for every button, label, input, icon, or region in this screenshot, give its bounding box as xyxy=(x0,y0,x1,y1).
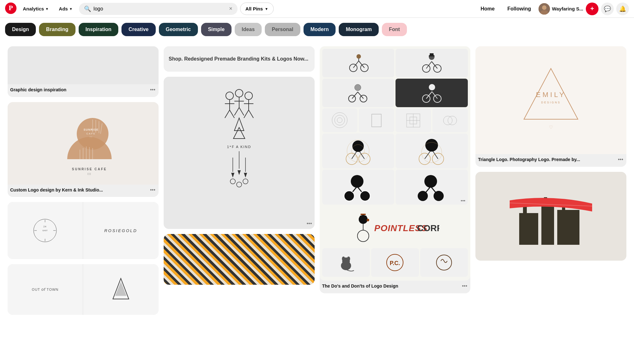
main-content: ••• Graphic design inspiration xyxy=(0,41,634,320)
svg-text:DESIGNS: DESIGNS xyxy=(541,101,561,104)
card-graphic-design[interactable]: ••• Graphic design inspiration xyxy=(8,46,159,97)
card-more-btn[interactable]: ••• xyxy=(617,157,624,162)
coffee-cup-icon xyxy=(435,253,454,272)
svg-point-127 xyxy=(342,257,345,261)
card-title: Custom Logo design by Kern & Ink Studio.… xyxy=(10,187,156,193)
svg-point-95 xyxy=(354,142,357,145)
card-custom-logo[interactable]: SUNRISE CAFE ||| SUNRISE CAFE ||| xyxy=(8,102,159,197)
pc-badge-icon: P.C. xyxy=(385,253,404,272)
svg-marker-50 xyxy=(238,170,241,175)
bear-bike-3 xyxy=(347,82,369,104)
svg-text:P.C.: P.C. xyxy=(390,260,400,266)
tag-simple[interactable]: Simple xyxy=(201,23,232,36)
svg-text:24: 24 xyxy=(44,225,47,228)
clear-search-icon[interactable]: × xyxy=(229,5,232,12)
svg-rect-70 xyxy=(430,53,434,56)
card-out-of-town[interactable]: OUT of TOWN xyxy=(8,264,159,315)
card-logo-duo[interactable]: 24 EAST ROSIEGOLD xyxy=(8,202,159,259)
svg-point-34 xyxy=(235,89,243,97)
one-of-a-kind-svg: 1ᵒF A KIND xyxy=(207,86,271,219)
tag-monogram-label: Monogram xyxy=(346,27,372,32)
search-input[interactable]: logo xyxy=(94,6,226,12)
svg-point-96 xyxy=(359,142,362,145)
card-1ofakind[interactable]: 1ᵒF A KIND ••• xyxy=(164,77,315,229)
chat-button[interactable]: 💬 xyxy=(601,3,614,15)
card-more-btn[interactable]: ••• xyxy=(307,221,312,226)
card-title: The Do's and Don'ts of Logo Design xyxy=(322,283,468,289)
svg-point-55 xyxy=(243,179,248,184)
user-profile[interactable]: Wayfaring S... xyxy=(539,3,583,15)
emily-triangle-svg: EMILY DESIGNS ♡ xyxy=(519,62,583,138)
bear-construction-2 xyxy=(416,135,448,167)
pinterest-logo[interactable]: P xyxy=(5,3,16,15)
bear-bike-2 xyxy=(421,52,443,74)
card-branding-kits[interactable]: Shop. Redesigned Premade Branding Kits &… xyxy=(164,46,315,72)
card-more-btn[interactable]: ••• xyxy=(149,87,156,93)
tag-monogram[interactable]: Monogram xyxy=(339,23,379,36)
pin-grid: ••• Graphic design inspiration xyxy=(5,46,629,315)
bear-final-2 xyxy=(416,171,448,203)
tag-design-label: Design xyxy=(12,27,29,32)
svg-line-42 xyxy=(244,110,249,118)
tag-geometric[interactable]: Geometric xyxy=(159,23,198,36)
svg-marker-52 xyxy=(244,173,247,178)
tag-modern[interactable]: Modern xyxy=(304,23,336,36)
svg-point-29 xyxy=(226,92,233,100)
svg-point-120 xyxy=(364,216,367,218)
tag-font-label: Font xyxy=(389,27,400,32)
tag-simple-label: Simple xyxy=(208,27,225,32)
svg-point-101 xyxy=(425,139,438,152)
rat-icon xyxy=(337,253,356,272)
card-title: Triangle Logo. Photography Logo. Premade… xyxy=(478,157,624,163)
column-1: ••• Graphic design inspiration xyxy=(8,46,159,315)
user-name: Wayfaring S... xyxy=(552,6,583,11)
card-triangle-logo[interactable]: EMILY DESIGNS ♡ ••• Triangle Logo. Photo… xyxy=(475,46,626,167)
card-more-btn-bears[interactable]: ••• xyxy=(461,283,468,289)
tag-ideas[interactable]: Ideas xyxy=(235,23,262,36)
tag-design[interactable]: Design xyxy=(5,23,36,36)
notifications-button[interactable]: 🔔 xyxy=(616,3,629,15)
card-pattern[interactable] xyxy=(164,234,315,285)
card-more-btn[interactable]: ••• xyxy=(149,187,156,193)
ads-nav[interactable]: Ads ▼ xyxy=(55,3,76,14)
branding-kits-text: Shop. Redesigned Premade Branding Kits &… xyxy=(169,56,308,62)
svg-point-119 xyxy=(360,216,362,218)
tag-modern-label: Modern xyxy=(310,27,329,32)
svg-point-83 xyxy=(335,115,345,125)
all-pins-filter[interactable]: All Pins ▼ xyxy=(240,3,274,15)
following-link[interactable]: Following xyxy=(502,3,536,14)
svg-text:SUNRISE: SUNRISE xyxy=(83,128,98,131)
svg-rect-121 xyxy=(361,214,366,215)
svg-point-114 xyxy=(424,175,437,188)
add-button[interactable]: + xyxy=(586,3,598,15)
bear-construction-1 xyxy=(342,135,374,167)
tag-personal-label: Personal xyxy=(272,27,293,32)
svg-point-116 xyxy=(432,176,435,180)
tag-font[interactable]: Font xyxy=(382,23,407,36)
svg-marker-51 xyxy=(231,173,234,178)
tag-branding[interactable]: Branding xyxy=(39,23,75,36)
svg-line-33 xyxy=(230,110,234,118)
card-bears-cycling[interactable]: ••• xyxy=(320,46,471,293)
search-bar[interactable]: 🔍 logo × xyxy=(79,3,238,15)
search-icon: 🔍 xyxy=(84,5,91,12)
circles-guide xyxy=(442,113,458,128)
svg-rect-85 xyxy=(372,114,381,127)
svg-text:|||: ||| xyxy=(88,172,91,175)
analytics-nav[interactable]: Analytics ▼ xyxy=(19,3,53,14)
svg-point-131 xyxy=(436,255,452,270)
svg-point-107 xyxy=(351,175,363,188)
tag-inspiration[interactable]: Inspiration xyxy=(79,23,119,36)
svg-text:P: P xyxy=(9,4,13,12)
home-link[interactable]: Home xyxy=(475,3,500,14)
card-red-ribbon[interactable] xyxy=(475,172,626,261)
chat-icon: 💬 xyxy=(604,5,611,12)
svg-point-82 xyxy=(332,113,347,128)
card-more-btn[interactable]: ••• xyxy=(461,198,466,203)
svg-point-84 xyxy=(337,118,342,123)
tag-personal[interactable]: Personal xyxy=(265,23,300,36)
tag-ideas-label: Ideas xyxy=(242,27,255,32)
tag-creative[interactable]: Creative xyxy=(121,23,155,36)
svg-point-94 xyxy=(352,140,364,152)
svg-line-38 xyxy=(239,107,244,115)
